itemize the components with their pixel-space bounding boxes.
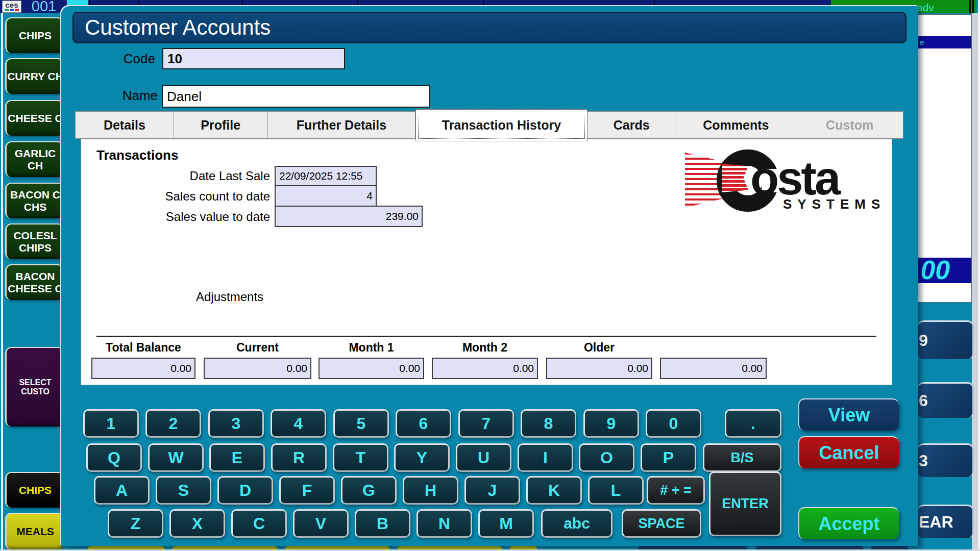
product-button-garlic-chips[interactable]: GARLIC CH bbox=[5, 141, 64, 177]
clear-button-partial[interactable]: EAR bbox=[918, 505, 974, 538]
key-d[interactable]: D bbox=[217, 476, 273, 505]
tab-cards[interactable]: Cards bbox=[587, 112, 676, 138]
sales-value-field[interactable]: 239.00 bbox=[275, 206, 423, 227]
current-field[interactable]: 0.00 bbox=[204, 358, 311, 379]
key-7[interactable]: 7 bbox=[458, 409, 514, 438]
numpad-button-3[interactable]: 3 bbox=[918, 443, 974, 477]
key-g[interactable]: G bbox=[341, 476, 397, 505]
customer-accounts-dialog: Customer Accounts Code 10 Name Danel Det… bbox=[61, 6, 918, 546]
key-o[interactable]: O bbox=[579, 443, 634, 472]
key-j[interactable]: J bbox=[464, 476, 520, 505]
key-y[interactable]: Y bbox=[394, 443, 450, 472]
date-last-sale-field[interactable]: 22/09/2025 12:55 bbox=[275, 166, 377, 186]
month-2-field[interactable]: 0.00 bbox=[432, 358, 538, 379]
accept-button[interactable]: Accept bbox=[798, 507, 899, 539]
key-p[interactable]: P bbox=[641, 443, 696, 472]
older-field[interactable]: 0.00 bbox=[546, 358, 652, 379]
code-field[interactable]: 10 bbox=[162, 48, 345, 69]
key-m[interactable]: M bbox=[478, 509, 534, 538]
tab-details[interactable]: Details bbox=[76, 112, 174, 138]
sale-total-display: .00 bbox=[918, 258, 971, 283]
date-last-sale-value: 22/09/2025 12:55 bbox=[279, 170, 363, 182]
tab-profile[interactable]: Profile bbox=[174, 112, 268, 138]
key-backspace[interactable]: B/S bbox=[703, 443, 781, 472]
receipt-panel: e .00 bbox=[918, 14, 972, 303]
key-v[interactable]: V bbox=[293, 509, 349, 538]
key-r[interactable]: R bbox=[271, 443, 327, 472]
key-space[interactable]: SPACE bbox=[622, 509, 701, 538]
key-5[interactable]: 5 bbox=[333, 409, 389, 438]
product-button-bacon-cheese-chips[interactable]: BACON CHEESE C bbox=[5, 264, 64, 300]
code-value: 10 bbox=[167, 51, 182, 67]
tab-comments[interactable]: Comments bbox=[676, 112, 797, 138]
key-f[interactable]: F bbox=[279, 476, 335, 505]
name-value: Danel bbox=[167, 89, 202, 105]
tab-further-details[interactable]: Further Details bbox=[268, 112, 416, 138]
header-month-2: Month 2 bbox=[432, 340, 538, 355]
key-8[interactable]: 8 bbox=[521, 409, 576, 438]
header-older: Older bbox=[546, 340, 652, 355]
category-button-label: MEALS bbox=[16, 525, 54, 538]
category-button-chips[interactable]: CHIPS bbox=[5, 472, 64, 508]
key-t[interactable]: T bbox=[333, 443, 388, 472]
product-button-label: GARLIC CH bbox=[7, 147, 64, 171]
transaction-history-panel: Transactions Date Last Sale 22/09/2025 1… bbox=[81, 139, 892, 385]
total-balance-field[interactable]: 0.00 bbox=[91, 358, 195, 379]
key-u[interactable]: U bbox=[456, 443, 511, 472]
product-button-coleslaw-chips[interactable]: COLESL CHIPS bbox=[5, 223, 64, 259]
select-customer-button[interactable]: SELECT CUSTO bbox=[5, 347, 64, 427]
key-symbols[interactable]: # + = bbox=[647, 476, 705, 505]
product-button-chips[interactable]: CHIPS bbox=[5, 17, 64, 53]
tab-custom[interactable]: Custom bbox=[796, 112, 903, 138]
numpad-button-6[interactable]: 6 bbox=[918, 382, 974, 418]
key-l[interactable]: L bbox=[588, 476, 644, 505]
month-2-value: 0.00 bbox=[513, 362, 534, 374]
receipt-panel-header: e bbox=[918, 36, 971, 48]
cancel-button[interactable]: Cancel bbox=[798, 436, 899, 468]
view-button[interactable]: View bbox=[798, 398, 899, 431]
key-a[interactable]: A bbox=[94, 476, 150, 505]
numpad-button-9[interactable]: 9 bbox=[918, 320, 974, 359]
key-w[interactable]: W bbox=[148, 443, 204, 472]
key-abc[interactable]: abc bbox=[541, 509, 612, 538]
product-button-bacon-chips[interactable]: BACON C CHS bbox=[5, 183, 64, 218]
month-1-field[interactable]: 0.00 bbox=[318, 358, 424, 379]
product-button-label: BACON CHEESE C bbox=[7, 270, 64, 294]
key-e[interactable]: E bbox=[209, 443, 265, 472]
key-dot[interactable]: . bbox=[725, 409, 781, 438]
header-total-balance: Total Balance bbox=[91, 340, 195, 355]
key-k[interactable]: K bbox=[526, 476, 582, 505]
key-6[interactable]: 6 bbox=[396, 409, 451, 438]
category-button-meals[interactable]: MEALS bbox=[5, 513, 64, 549]
key-enter[interactable]: ENTER bbox=[709, 471, 781, 536]
key-2[interactable]: 2 bbox=[145, 409, 201, 438]
name-field[interactable]: Danel bbox=[162, 85, 430, 108]
key-x[interactable]: X bbox=[169, 509, 225, 538]
key-4[interactable]: 4 bbox=[271, 409, 326, 438]
key-c[interactable]: C bbox=[231, 509, 287, 538]
key-1[interactable]: 1 bbox=[83, 409, 139, 438]
adjustments-label: Adjustments bbox=[196, 290, 263, 304]
key-9[interactable]: 9 bbox=[583, 409, 639, 438]
key-q[interactable]: Q bbox=[86, 443, 142, 472]
tab-transaction-history[interactable]: Transaction History bbox=[415, 109, 587, 141]
key-h[interactable]: H bbox=[403, 476, 458, 505]
product-button-curry-chips[interactable]: CURRY CH bbox=[5, 58, 64, 94]
sales-count-field[interactable]: 4 bbox=[275, 185, 377, 207]
key-s[interactable]: S bbox=[156, 476, 211, 505]
balances-divider bbox=[96, 336, 876, 337]
header-month-1: Month 1 bbox=[318, 340, 424, 355]
key-n[interactable]: N bbox=[416, 509, 472, 538]
key-i[interactable]: I bbox=[518, 443, 573, 472]
key-0[interactable]: 0 bbox=[646, 409, 701, 438]
product-button-label: CHIPS bbox=[19, 30, 52, 42]
month-1-value: 0.00 bbox=[399, 362, 420, 374]
extra-balance-field[interactable]: 0.00 bbox=[660, 358, 767, 379]
key-z[interactable]: Z bbox=[108, 509, 163, 538]
product-button-cheese-chips[interactable]: CHEESE C bbox=[5, 100, 64, 136]
key-b[interactable]: B bbox=[355, 509, 410, 538]
ces-logo-stripes bbox=[3, 9, 21, 11]
screen-right-border bbox=[978, 0, 980, 551]
product-button-label: CURRY CH bbox=[7, 70, 63, 83]
key-3[interactable]: 3 bbox=[208, 409, 264, 438]
